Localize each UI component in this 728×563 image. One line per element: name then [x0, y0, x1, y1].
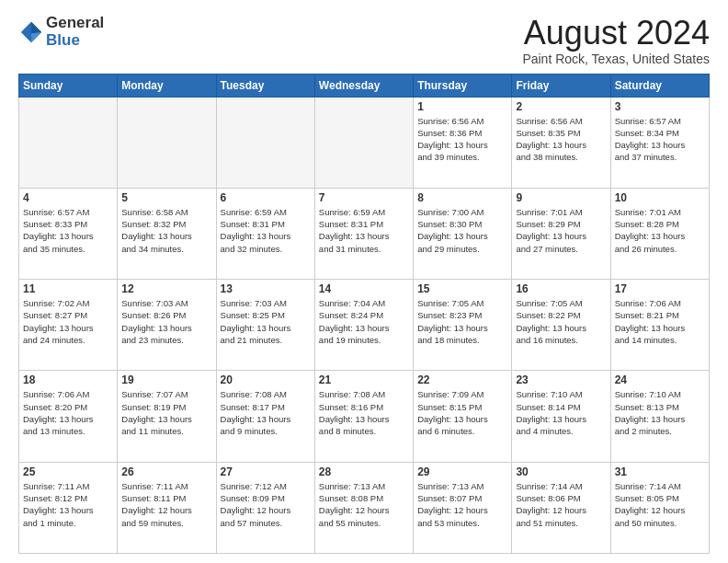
calendar-cell: 12Sunrise: 7:03 AM Sunset: 8:26 PM Dayli… — [118, 280, 216, 371]
day-number: 27 — [221, 465, 311, 478]
day-number: 20 — [221, 373, 311, 386]
day-info: Sunrise: 7:06 AM Sunset: 8:20 PM Dayligh… — [23, 388, 113, 437]
weekday-thursday: Thursday — [414, 74, 512, 97]
day-info: Sunrise: 7:14 AM Sunset: 8:06 PM Dayligh… — [516, 480, 606, 529]
day-number: 7 — [319, 191, 409, 204]
day-info: Sunrise: 7:12 AM Sunset: 8:09 PM Dayligh… — [221, 480, 311, 529]
logo-icon — [18, 19, 44, 45]
day-info: Sunrise: 7:03 AM Sunset: 8:26 PM Dayligh… — [121, 297, 211, 346]
day-info: Sunrise: 7:06 AM Sunset: 8:21 PM Dayligh… — [615, 297, 705, 346]
day-info: Sunrise: 6:59 AM Sunset: 8:31 PM Dayligh… — [221, 206, 311, 255]
day-info: Sunrise: 7:14 AM Sunset: 8:05 PM Dayligh… — [615, 480, 705, 529]
svg-marker-2 — [31, 32, 41, 42]
calendar: Sunday Monday Tuesday Wednesday Thursday… — [18, 74, 710, 554]
day-number: 10 — [615, 191, 705, 204]
calendar-cell: 2Sunrise: 6:56 AM Sunset: 8:35 PM Daylig… — [512, 97, 610, 188]
logo-text: General Blue — [46, 15, 104, 49]
calendar-week-3: 11Sunrise: 7:02 AM Sunset: 8:27 PM Dayli… — [19, 280, 710, 371]
calendar-cell: 10Sunrise: 7:01 AM Sunset: 8:28 PM Dayli… — [610, 188, 709, 279]
calendar-cell: 11Sunrise: 7:02 AM Sunset: 8:27 PM Dayli… — [19, 280, 118, 371]
calendar-cell: 18Sunrise: 7:06 AM Sunset: 8:20 PM Dayli… — [19, 371, 118, 462]
day-info: Sunrise: 7:07 AM Sunset: 8:19 PM Dayligh… — [121, 388, 211, 437]
calendar-cell — [19, 97, 118, 188]
calendar-header: Sunday Monday Tuesday Wednesday Thursday… — [19, 74, 710, 97]
page: General Blue August 2024 Paint Rock, Tex… — [0, 0, 728, 563]
calendar-cell: 30Sunrise: 7:14 AM Sunset: 8:06 PM Dayli… — [512, 462, 610, 553]
calendar-cell: 22Sunrise: 7:09 AM Sunset: 8:15 PM Dayli… — [414, 371, 512, 462]
day-number: 3 — [615, 100, 705, 113]
calendar-cell: 5Sunrise: 6:58 AM Sunset: 8:32 PM Daylig… — [118, 188, 216, 279]
calendar-cell: 31Sunrise: 7:14 AM Sunset: 8:05 PM Dayli… — [610, 462, 709, 553]
location: Paint Rock, Texas, United States — [522, 52, 710, 66]
calendar-cell: 20Sunrise: 7:08 AM Sunset: 8:17 PM Dayli… — [216, 371, 314, 462]
day-number: 6 — [221, 191, 311, 204]
day-info: Sunrise: 6:59 AM Sunset: 8:31 PM Dayligh… — [319, 206, 409, 255]
day-info: Sunrise: 7:03 AM Sunset: 8:25 PM Dayligh… — [221, 297, 311, 346]
svg-marker-1 — [31, 21, 41, 33]
day-number: 16 — [516, 282, 606, 295]
day-number: 8 — [417, 191, 507, 204]
day-number: 26 — [121, 465, 211, 478]
calendar-cell: 13Sunrise: 7:03 AM Sunset: 8:25 PM Dayli… — [216, 280, 314, 371]
day-info: Sunrise: 7:00 AM Sunset: 8:30 PM Dayligh… — [417, 206, 507, 255]
calendar-cell: 26Sunrise: 7:11 AM Sunset: 8:11 PM Dayli… — [118, 462, 216, 553]
day-number: 14 — [319, 282, 409, 295]
day-info: Sunrise: 7:02 AM Sunset: 8:27 PM Dayligh… — [23, 297, 113, 346]
day-number: 9 — [516, 191, 606, 204]
calendar-cell: 14Sunrise: 7:04 AM Sunset: 8:24 PM Dayli… — [314, 280, 413, 371]
calendar-cell: 28Sunrise: 7:13 AM Sunset: 8:08 PM Dayli… — [314, 462, 413, 553]
calendar-cell: 27Sunrise: 7:12 AM Sunset: 8:09 PM Dayli… — [216, 462, 314, 553]
calendar-cell: 29Sunrise: 7:13 AM Sunset: 8:07 PM Dayli… — [414, 462, 512, 553]
calendar-cell: 19Sunrise: 7:07 AM Sunset: 8:19 PM Dayli… — [118, 371, 216, 462]
logo-blue-text: Blue — [46, 32, 104, 50]
day-number: 21 — [319, 373, 409, 386]
calendar-cell: 23Sunrise: 7:10 AM Sunset: 8:14 PM Dayli… — [512, 371, 610, 462]
calendar-cell: 21Sunrise: 7:08 AM Sunset: 8:16 PM Dayli… — [314, 371, 413, 462]
logo-general-text: General — [46, 15, 104, 32]
day-number: 17 — [615, 282, 705, 295]
day-info: Sunrise: 7:13 AM Sunset: 8:07 PM Dayligh… — [417, 480, 507, 529]
day-number: 2 — [516, 100, 606, 113]
day-number: 29 — [417, 465, 507, 478]
weekday-wednesday: Wednesday — [314, 74, 413, 97]
day-number: 23 — [516, 373, 606, 386]
day-number: 15 — [417, 282, 507, 295]
day-number: 25 — [23, 465, 113, 478]
calendar-cell: 6Sunrise: 6:59 AM Sunset: 8:31 PM Daylig… — [216, 188, 314, 279]
day-info: Sunrise: 7:05 AM Sunset: 8:23 PM Dayligh… — [417, 297, 507, 346]
day-number: 13 — [221, 282, 311, 295]
header: General Blue August 2024 Paint Rock, Tex… — [18, 15, 710, 66]
day-number: 31 — [615, 465, 705, 478]
calendar-cell: 8Sunrise: 7:00 AM Sunset: 8:30 PM Daylig… — [414, 188, 512, 279]
weekday-row: Sunday Monday Tuesday Wednesday Thursday… — [19, 74, 710, 97]
weekday-saturday: Saturday — [610, 74, 709, 97]
calendar-cell: 9Sunrise: 7:01 AM Sunset: 8:29 PM Daylig… — [512, 188, 610, 279]
weekday-sunday: Sunday — [19, 74, 118, 97]
day-number: 24 — [615, 373, 705, 386]
day-info: Sunrise: 7:10 AM Sunset: 8:14 PM Dayligh… — [516, 388, 606, 437]
day-info: Sunrise: 7:13 AM Sunset: 8:08 PM Dayligh… — [319, 480, 409, 529]
day-number: 22 — [417, 373, 507, 386]
calendar-cell — [314, 97, 413, 188]
calendar-cell: 1Sunrise: 6:56 AM Sunset: 8:36 PM Daylig… — [414, 97, 512, 188]
weekday-tuesday: Tuesday — [216, 74, 314, 97]
calendar-week-4: 18Sunrise: 7:06 AM Sunset: 8:20 PM Dayli… — [19, 371, 710, 462]
calendar-cell: 4Sunrise: 6:57 AM Sunset: 8:33 PM Daylig… — [19, 188, 118, 279]
weekday-monday: Monday — [118, 74, 216, 97]
logo: General Blue — [18, 15, 104, 49]
calendar-cell: 7Sunrise: 6:59 AM Sunset: 8:31 PM Daylig… — [314, 188, 413, 279]
day-number: 28 — [319, 465, 409, 478]
day-info: Sunrise: 7:08 AM Sunset: 8:16 PM Dayligh… — [319, 388, 409, 437]
day-info: Sunrise: 6:56 AM Sunset: 8:36 PM Dayligh… — [417, 115, 507, 164]
calendar-cell — [216, 97, 314, 188]
day-number: 18 — [23, 373, 113, 386]
day-info: Sunrise: 7:11 AM Sunset: 8:11 PM Dayligh… — [121, 480, 211, 529]
day-number: 12 — [121, 282, 211, 295]
day-number: 11 — [23, 282, 113, 295]
day-info: Sunrise: 7:08 AM Sunset: 8:17 PM Dayligh… — [221, 388, 311, 437]
calendar-cell: 16Sunrise: 7:05 AM Sunset: 8:22 PM Dayli… — [512, 280, 610, 371]
calendar-cell: 15Sunrise: 7:05 AM Sunset: 8:23 PM Dayli… — [414, 280, 512, 371]
weekday-friday: Friday — [512, 74, 610, 97]
day-info: Sunrise: 7:09 AM Sunset: 8:15 PM Dayligh… — [417, 388, 507, 437]
day-number: 4 — [23, 191, 113, 204]
